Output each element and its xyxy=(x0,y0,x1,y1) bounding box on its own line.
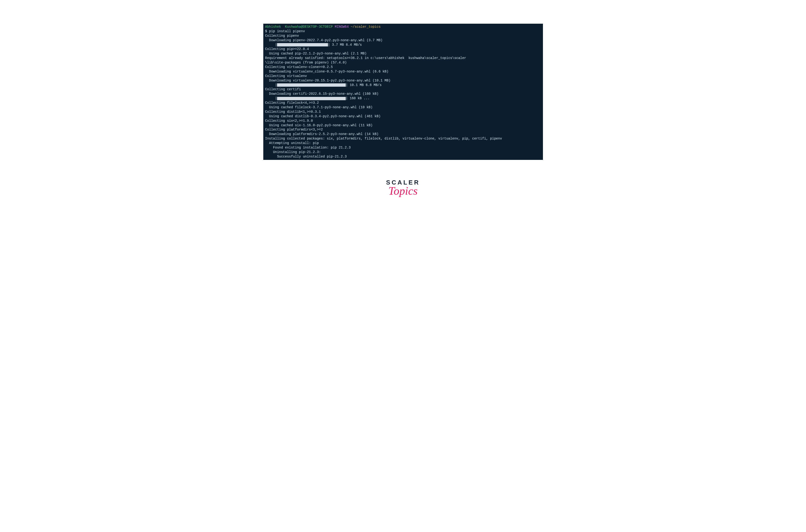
output-line: Using cached filelock-3.7.1-py3-none-any… xyxy=(265,105,541,110)
output-line: Using cached pip-22.1.2-py3-none-any.whl… xyxy=(265,51,541,56)
output-line: Using cached six-1.16.0-py2.py3-none-any… xyxy=(265,123,541,128)
logo-container: SCALER Topics xyxy=(386,179,420,197)
output-line: Downloading pipenv-2022.7.4-py2.py3-none… xyxy=(265,38,541,43)
logo-topics-text: Topics xyxy=(386,184,420,197)
output-line: Successfully uninstalled pip-21.2.3 xyxy=(265,154,541,159)
output-line: Using cached distlib-0.3.4-py2.py3-none-… xyxy=(265,114,541,119)
output-line: Collecting pipenv xyxy=(265,34,541,38)
output-line: \lib\site-packages (from pipenv) (57.4.0… xyxy=(265,60,541,65)
output-line: Collecting platformdirs<3,>=2 xyxy=(265,128,541,132)
progress-prefix: | xyxy=(265,83,277,88)
output-line: Installing collected packages: six, plat… xyxy=(265,136,541,141)
output-line: Requirement already satisfied: setuptool… xyxy=(265,56,541,60)
output-line: Collecting virtualenv-clone>=0.2.5 xyxy=(265,65,541,70)
output-line: Attempting uninstall: pip xyxy=(265,141,541,146)
progress-suffix: | 10.1 MB 6.8 MB/s xyxy=(346,83,381,88)
output-line: Collecting virtualenv xyxy=(265,74,541,78)
output-line: Collecting filelock<4,>=3.2 xyxy=(265,101,541,105)
progress-prefix: | xyxy=(265,96,277,101)
shell-name: MINGW64 xyxy=(335,25,349,28)
output-line: Downloading virtualenv_clone-0.5.7-py3-n… xyxy=(265,70,541,74)
progress-suffix: | 160 kB ... xyxy=(346,96,370,101)
output-line: Downloading virtualenv-20.15.1-py2.py3-n… xyxy=(265,78,541,83)
command-line: $ pip install pipenv xyxy=(265,29,541,34)
progress-bar xyxy=(277,83,346,87)
terminal-window: Abhishek Kushwaha@DESKTOP-3CTOECP MINGW6… xyxy=(263,24,543,160)
output-line: Collecting six<2,>=1.9.0 xyxy=(265,119,541,123)
output-line: Collecting distlib<1,>=0.3.1 xyxy=(265,110,541,114)
current-path: ~/scaler_topics xyxy=(351,25,381,28)
progress-suffix: | 3.7 MB 6.4 MB/s xyxy=(328,43,362,47)
progress-line: || 10.1 MB 6.8 MB/s xyxy=(265,83,541,88)
output-line: Collecting pip>=22.0.4 xyxy=(265,47,541,51)
prompt-line: Abhishek Kushwaha@DESKTOP-3CTOECP MINGW6… xyxy=(265,25,541,29)
user-host: Abhishek Kushwaha@DESKTOP-3CTOECP xyxy=(265,25,333,28)
output-line: Downloading platformdirs-2.5.2-py3-none-… xyxy=(265,132,541,136)
progress-bar xyxy=(277,97,346,100)
progress-line: || 3.7 MB 6.4 MB/s xyxy=(265,43,541,47)
output-line: Collecting certifi xyxy=(265,87,541,92)
progress-prefix: | xyxy=(265,43,277,47)
output-line: Downloading certifi-2022.6.15-py3-none-a… xyxy=(265,92,541,96)
progress-line: || 160 kB ... xyxy=(265,96,541,101)
output-line: Uninstalling pip-21.2.3: xyxy=(265,150,541,154)
progress-bar xyxy=(277,43,328,46)
output-line: Found existing installation: pip 21.2.3 xyxy=(265,146,541,150)
